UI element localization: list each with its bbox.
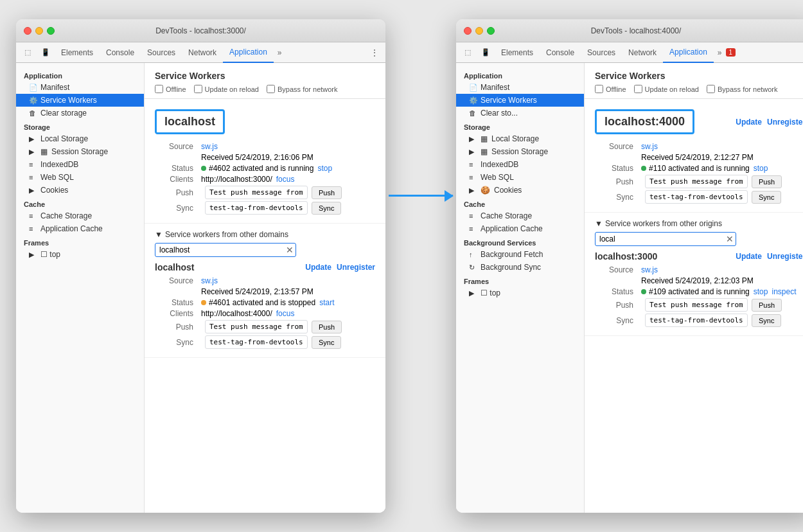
left-push-button[interactable]: Push	[312, 186, 342, 199]
devtools-device-icon[interactable]: 📱	[39, 46, 52, 59]
left-push-input[interactable]	[205, 186, 308, 199]
offline-checkbox[interactable]: Offline	[155, 85, 186, 93]
right-bypass-checkbox[interactable]: Bypass for network	[707, 85, 778, 93]
right-other-update-link[interactable]: Update	[736, 252, 762, 261]
sidebar-indexeddb[interactable]: ≡IndexedDB	[16, 158, 144, 171]
right-tab-console[interactable]: Console	[540, 42, 581, 63]
right-other-unregister-link[interactable]: Unregister	[767, 252, 803, 261]
left-other-push-input[interactable]	[205, 320, 308, 333]
right-other-inspect-link[interactable]: inspect	[772, 287, 796, 296]
right-other-push-button[interactable]: Push	[752, 299, 782, 312]
right-sidebar-bg-sync[interactable]: ↻Background Sync	[456, 261, 584, 274]
right-sidebar-service-workers[interactable]: ⚙️Service Workers	[456, 94, 584, 107]
right-source-link[interactable]: sw.js	[641, 142, 658, 151]
right-close-button[interactable]	[464, 27, 472, 35]
left-filter-input[interactable]	[155, 243, 296, 257]
right-other-origins-header[interactable]: ▼ Service workers from other origins	[595, 219, 803, 228]
left-source-link[interactable]: sw.js	[201, 142, 218, 151]
right-other-source-link[interactable]: sw.js	[641, 265, 658, 274]
sidebar-service-workers[interactable]: ⚙️Service Workers	[16, 94, 144, 107]
right-device-icon[interactable]: 📱	[479, 46, 492, 59]
right-offline-checkbox[interactable]: Offline	[595, 85, 626, 93]
left-other-source-link[interactable]: sw.js	[201, 276, 218, 285]
left-other-start-link[interactable]: start	[319, 298, 334, 307]
right-sidebar-local-storage[interactable]: ▶▦Local Storage	[456, 132, 584, 145]
left-sync-button[interactable]: Sync	[312, 202, 341, 215]
sw-header-left: Service Workers Offline Update on reload…	[145, 63, 385, 99]
right-push-button[interactable]: Push	[752, 175, 782, 188]
left-sync-input[interactable]	[205, 201, 308, 215]
tab-menu-button[interactable]: ⋮	[366, 48, 383, 58]
right-sidebar-cache-storage[interactable]: ≡Cache Storage	[456, 209, 584, 222]
right-unregister-link[interactable]: Unregister	[767, 118, 803, 127]
left-other-update-link[interactable]: Update	[305, 263, 331, 272]
right-sidebar-manifest[interactable]: 📄Manifest	[456, 81, 584, 94]
right-sidebar-cookies[interactable]: ▶🍪Cookies	[456, 184, 584, 197]
left-tabbar: ⬚ 📱 Elements Console Sources Network App…	[16, 42, 385, 63]
tab-application[interactable]: Application	[223, 42, 274, 63]
left-filter-clear-icon[interactable]: ✕	[286, 245, 294, 255]
minimize-button[interactable]	[35, 27, 43, 35]
right-filter-clear-icon[interactable]: ✕	[726, 234, 734, 244]
right-tab-network[interactable]: Network	[622, 42, 663, 63]
right-maximize-button[interactable]	[487, 27, 495, 35]
sidebar-cache-storage[interactable]: ≡Cache Storage	[16, 209, 144, 222]
left-other-host-label: localhost	[155, 262, 194, 272]
left-host-label: localhost	[164, 115, 215, 128]
sidebar-frames-top[interactable]: ▶☐ top	[16, 248, 144, 261]
right-other-push-input[interactable]	[645, 298, 748, 312]
right-sidebar-app-cache[interactable]: ≡Application Cache	[456, 222, 584, 235]
sidebar-local-storage[interactable]: ▶Local Storage	[16, 132, 144, 145]
right-stop-link[interactable]: stop	[754, 164, 768, 173]
sidebar-cookies[interactable]: ▶Cookies	[16, 184, 144, 197]
right-filter-input[interactable]	[595, 232, 736, 246]
left-other-sync-input[interactable]	[205, 335, 308, 349]
devtools-pointer-icon[interactable]: ⬚	[21, 46, 34, 59]
right-tab-elements[interactable]: Elements	[495, 42, 540, 63]
right-sidebar-frames-top[interactable]: ▶☐ top	[456, 287, 584, 299]
left-other-status-dot	[201, 300, 206, 305]
left-other-focus-link[interactable]: focus	[276, 309, 295, 318]
left-other-sync-button[interactable]: Sync	[312, 336, 341, 349]
left-other-unregister-link[interactable]: Unregister	[337, 263, 375, 272]
right-sidebar-clear-storage[interactable]: 🗑Clear sto...	[456, 107, 584, 120]
right-sidebar-bg-fetch[interactable]: ↑Background Fetch	[456, 248, 584, 261]
maximize-button[interactable]	[47, 27, 55, 35]
sidebar-session-storage[interactable]: ▶▦Session Storage	[16, 145, 144, 158]
right-tab-sources[interactable]: Sources	[581, 42, 622, 63]
sidebar-clear-storage[interactable]: 🗑Clear storage	[16, 107, 144, 120]
right-sidebar-session-storage[interactable]: ▶▦Session Storage	[456, 145, 584, 158]
left-stop-link[interactable]: stop	[317, 164, 332, 173]
right-other-stop-link[interactable]: stop	[754, 287, 768, 296]
bypass-network-checkbox[interactable]: Bypass for network	[267, 85, 338, 93]
left-focus-link[interactable]: focus	[276, 175, 295, 184]
close-button[interactable]	[24, 27, 31, 35]
right-update-checkbox[interactable]: Update on reload	[634, 85, 699, 93]
sidebar-app-cache[interactable]: ≡Application Cache	[16, 222, 144, 235]
right-minimize-button[interactable]	[475, 27, 483, 35]
right-sidebar-indexeddb[interactable]: ≡IndexedDB	[456, 158, 584, 171]
tab-sources[interactable]: Sources	[141, 42, 182, 63]
tab-console[interactable]: Console	[100, 42, 141, 63]
tab-elements[interactable]: Elements	[55, 42, 100, 63]
right-pointer-icon[interactable]: ⬚	[461, 46, 474, 59]
right-push-input[interactable]	[645, 175, 748, 188]
right-window-title: DevTools - localhost:4000/	[591, 26, 682, 35]
sidebar-manifest[interactable]: 📄Manifest	[16, 81, 144, 94]
left-other-origins-header[interactable]: ▼ Service workers from other domains	[155, 230, 375, 239]
right-sidebar-web-sql[interactable]: ≡Web SQL	[456, 171, 584, 184]
right-other-sync-button[interactable]: Sync	[752, 314, 781, 327]
right-other-sync-input[interactable]	[645, 314, 748, 327]
right-tab-application[interactable]: Application	[663, 42, 714, 63]
right-sync-button[interactable]: Sync	[752, 191, 781, 204]
tab-more[interactable]: »	[274, 42, 286, 63]
right-update-link[interactable]: Update	[736, 118, 762, 127]
right-sync-input[interactable]	[645, 190, 748, 204]
tab-network[interactable]: Network	[182, 42, 223, 63]
left-other-push-button[interactable]: Push	[312, 321, 342, 333]
right-tab-more[interactable]: »	[714, 42, 726, 63]
left-received-text: Received 5/24/2019, 2:16:06 PM	[201, 153, 313, 162]
update-on-reload-checkbox[interactable]: Update on reload	[194, 85, 259, 93]
right-tab-menu-button[interactable]: ⋮	[797, 48, 803, 58]
sidebar-web-sql[interactable]: ≡Web SQL	[16, 171, 144, 184]
